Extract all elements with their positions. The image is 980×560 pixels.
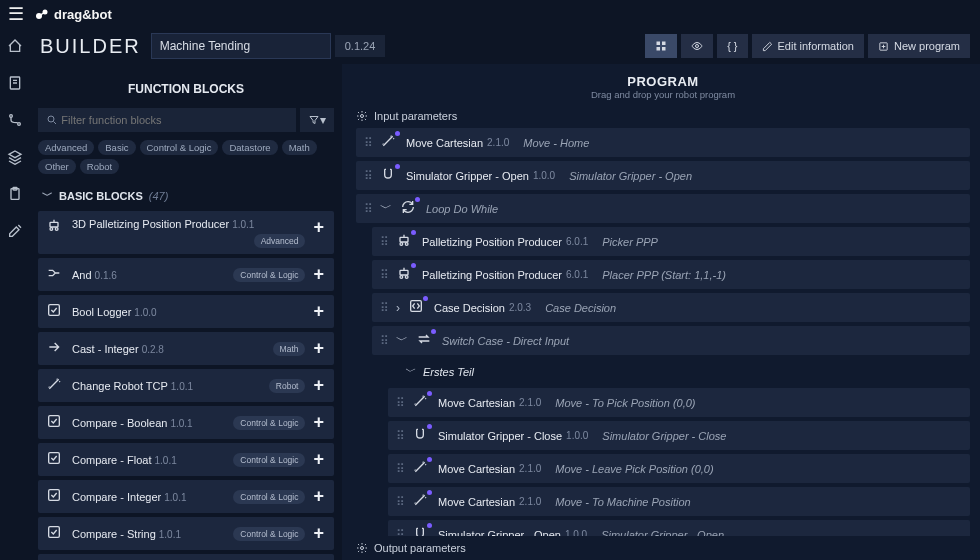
svg-rect-20 (49, 490, 60, 501)
search-input-wrap[interactable] (38, 108, 296, 132)
block-category-pill: Control & Logic (233, 453, 305, 467)
svg-point-13 (48, 116, 54, 122)
view-layout-button[interactable] (645, 34, 677, 58)
drag-handle-icon[interactable]: ⠿ (364, 202, 372, 216)
program-step-row[interactable]: ⠿Simulator Gripper - Close1.0.0Simulator… (388, 421, 970, 450)
program-step-row[interactable]: ⠿Move Cartesian2.1.0Move - Leave Pick Po… (388, 454, 970, 483)
function-block-item[interactable]: And0.1.6Control & Logic+ (38, 258, 334, 291)
program-step-row[interactable]: ⠿Palletizing Position Producer6.0.1Picke… (372, 227, 970, 256)
wand-icon (380, 133, 398, 152)
left-nav-rail (0, 28, 30, 560)
hamburger-icon[interactable]: ☰ (8, 3, 24, 25)
tools-icon[interactable] (7, 223, 23, 242)
chevron-down-icon[interactable]: ﹀ (404, 364, 415, 379)
drag-handle-icon[interactable]: ⠿ (380, 235, 388, 249)
step-name: Move Cartesian (438, 463, 515, 475)
function-block-item[interactable]: Cast - Integer0.2.8Math+ (38, 332, 334, 365)
function-block-item[interactable]: Bool Logger1.0.0+ (38, 295, 334, 328)
svg-point-14 (50, 228, 53, 231)
add-block-button[interactable]: + (311, 217, 326, 238)
filter-tag[interactable]: Basic (98, 140, 135, 155)
output-parameters-row[interactable]: Output parameters (346, 536, 980, 560)
program-name-input[interactable] (151, 33, 331, 59)
program-step-row[interactable]: ⠿﹀Switch Case - Direct Input (372, 326, 970, 355)
swap-icon (416, 331, 434, 350)
program-step-row[interactable]: ⠿Palletizing Position Producer6.0.1Place… (372, 260, 970, 289)
block-version: 1.0.1 (164, 492, 186, 503)
function-block-item[interactable]: Counter1.0.1Control & Logic+ (38, 554, 334, 560)
drag-handle-icon[interactable]: ⠿ (380, 268, 388, 282)
function-block-item[interactable]: Compare - Float1.0.1Control & Logic+ (38, 443, 334, 476)
input-parameters-row[interactable]: Input parameters (346, 104, 980, 128)
block-version: 1.0.1 (232, 219, 254, 230)
function-block-item[interactable]: 3D Palletizing Position Producer1.0.1Adv… (38, 211, 334, 254)
home-icon[interactable] (7, 38, 23, 57)
program-step-row[interactable]: ⠿Simulator Gripper - Open1.0.0Simulator … (388, 520, 970, 536)
drag-handle-icon[interactable]: ⠿ (380, 301, 388, 315)
chevron-down-icon[interactable]: ﹀ (380, 200, 392, 217)
function-block-item[interactable]: Compare - Boolean1.0.1Control & Logic+ (38, 406, 334, 439)
add-block-button[interactable]: + (311, 523, 326, 544)
filter-tag[interactable]: Math (282, 140, 317, 155)
program-step-row[interactable]: ⠿Simulator Gripper - Open1.0.0Simulator … (356, 161, 970, 190)
view-code-button[interactable]: { } (717, 34, 747, 58)
branch-icon[interactable] (7, 112, 23, 131)
program-step-row[interactable]: ⠿﹀Loop Do While (356, 194, 970, 223)
filter-button[interactable]: ▾ (300, 108, 334, 132)
file-icon[interactable] (7, 75, 23, 94)
drag-handle-icon[interactable]: ⠿ (396, 462, 404, 476)
block-name: And (72, 269, 92, 281)
filter-tag[interactable]: Control & Logic (140, 140, 219, 155)
brand-logo: drag&bot (34, 6, 112, 22)
add-block-button[interactable]: + (311, 449, 326, 470)
drag-handle-icon[interactable]: ⠿ (380, 334, 388, 348)
step-label: Picker PPP (602, 236, 658, 248)
block-name: Compare - String (72, 528, 156, 540)
wand-icon (412, 492, 430, 511)
step-version: 6.0.1 (566, 236, 588, 247)
drag-handle-icon[interactable]: ⠿ (396, 396, 404, 410)
add-block-button[interactable]: + (311, 338, 326, 359)
svg-rect-19 (49, 453, 60, 464)
chevron-right-icon[interactable]: › (396, 301, 400, 315)
filter-tag[interactable]: Datastore (222, 140, 277, 155)
edit-info-button[interactable]: Edit information (752, 34, 864, 58)
step-version: 1.0.0 (566, 430, 588, 441)
add-block-button[interactable]: + (311, 301, 326, 322)
clipboard-icon[interactable] (7, 186, 23, 205)
program-subtitle: Drag and drop your robot program (346, 89, 980, 100)
program-step-row[interactable]: ⠿›Case Decision2.0.3Case Decision (372, 293, 970, 322)
filter-tag[interactable]: Advanced (38, 140, 94, 155)
drag-handle-icon[interactable]: ⠿ (396, 495, 404, 509)
drag-handle-icon[interactable]: ⠿ (364, 169, 372, 183)
new-program-button[interactable]: New program (868, 34, 970, 58)
function-block-item[interactable]: Change Robot TCP1.0.1Robot+ (38, 369, 334, 402)
chevron-down-icon[interactable]: ﹀ (396, 332, 408, 349)
add-block-button[interactable]: + (311, 486, 326, 507)
search-input[interactable] (61, 114, 288, 126)
case-label-row[interactable]: ﹀Erstes Teil (388, 359, 970, 384)
filter-tag[interactable]: Other (38, 159, 76, 174)
program-step-row[interactable]: ⠿Move Cartesian2.1.0Move - To Pick Posit… (388, 388, 970, 417)
block-version: 1.0.1 (159, 529, 181, 540)
filter-tag[interactable]: Robot (80, 159, 119, 174)
robot-icon (396, 265, 414, 284)
program-step-row[interactable]: ⠿Move Cartesian2.1.0Move - To Machine Po… (388, 487, 970, 516)
program-title: PROGRAM (346, 74, 980, 89)
wand-icon (412, 459, 430, 478)
add-block-button[interactable]: + (311, 412, 326, 433)
program-step-row[interactable]: ⠿Move Cartesian2.1.0Move - Home (356, 128, 970, 157)
basic-blocks-header[interactable]: ﹀ BASIC BLOCKS (47) (38, 180, 334, 211)
drag-handle-icon[interactable]: ⠿ (396, 528, 404, 537)
view-eye-button[interactable] (681, 34, 713, 58)
add-block-button[interactable]: + (311, 375, 326, 396)
layers-icon[interactable] (7, 149, 23, 168)
drag-handle-icon[interactable]: ⠿ (396, 429, 404, 443)
drag-handle-icon[interactable]: ⠿ (364, 136, 372, 150)
svg-point-25 (400, 243, 403, 246)
function-block-item[interactable]: Compare - Integer1.0.1Control & Logic+ (38, 480, 334, 513)
check-icon (46, 302, 64, 321)
add-block-button[interactable]: + (311, 264, 326, 285)
grip-icon (412, 525, 430, 536)
function-block-item[interactable]: Compare - String1.0.1Control & Logic+ (38, 517, 334, 550)
